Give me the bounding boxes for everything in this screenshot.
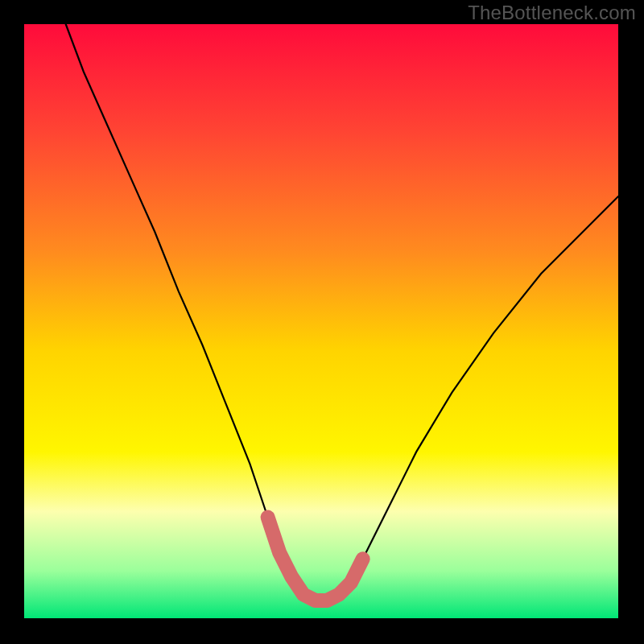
watermark-text: TheBottleneck.com — [468, 2, 636, 24]
chart-frame: TheBottleneck.com — [0, 0, 644, 644]
gradient-background — [24, 24, 618, 618]
bottleneck-chart — [0, 0, 644, 644]
